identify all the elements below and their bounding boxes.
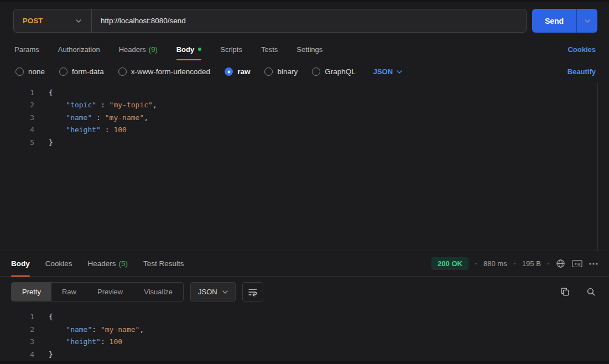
svg-text:e.g: e.g: [575, 262, 580, 266]
code-line: 2 "name": "my-name",: [0, 324, 609, 336]
body-indicator-dot: [198, 48, 201, 51]
tab-label: Cookies: [45, 259, 72, 268]
line-number: 1: [0, 311, 34, 323]
response-body-editor[interactable]: 1{2 "name": "my-name",3 "height": 1004}: [0, 307, 609, 361]
response-meta: 200 OK • 880 ms • 195 B • e.g: [431, 251, 598, 276]
send-button[interactable]: Send: [532, 9, 576, 33]
body-type-binary[interactable]: binary: [264, 67, 298, 76]
tab-label: Params: [14, 45, 39, 54]
status-badge[interactable]: 200 OK: [431, 257, 469, 270]
radio-icon: [15, 67, 24, 76]
view-visualize[interactable]: Visualize: [133, 283, 183, 301]
headers-count-badge: (5): [119, 259, 128, 268]
radio-label: binary: [277, 67, 298, 76]
cookies-link[interactable]: Cookies: [568, 45, 596, 54]
dot-separator: •: [514, 261, 516, 267]
response-tab-cookies[interactable]: Cookies: [45, 251, 72, 276]
language-label: JSON: [373, 67, 393, 76]
code-text: "topic" : "my-topic",: [34, 99, 157, 111]
view-pretty[interactable]: Pretty: [12, 283, 51, 301]
request-pane: Params Authorization Headers (9) Body Sc…: [0, 38, 609, 251]
copy-icon[interactable]: [560, 287, 570, 297]
method-selector[interactable]: POST: [14, 9, 91, 32]
code-text: "height" : 100: [34, 124, 127, 136]
chevron-down-icon: [397, 70, 402, 74]
tab-label: Headers: [119, 45, 146, 54]
line-number: 4: [0, 124, 34, 136]
radio-icon: [59, 67, 67, 76]
radio-selected-icon: [225, 67, 233, 76]
wrap-text-button[interactable]: [242, 282, 263, 301]
chevron-down-icon: [76, 19, 81, 23]
response-tabs-row: Body Cookies Headers (5) Test Results 20…: [0, 251, 609, 277]
view-preview[interactable]: Preview: [87, 283, 133, 301]
code-text: {: [34, 87, 53, 99]
url-input[interactable]: [92, 9, 526, 32]
chevron-down-icon: [222, 290, 228, 294]
code-line: 1{: [0, 87, 609, 99]
body-type-graphql[interactable]: GraphQL: [312, 67, 356, 76]
view-raw[interactable]: Raw: [51, 283, 87, 301]
code-line: 3 "height": 100: [0, 336, 609, 348]
tab-settings[interactable]: Settings: [296, 38, 322, 60]
body-type-row: none form-data x-www-form-urlencoded raw…: [0, 60, 609, 83]
line-number: 5: [0, 137, 34, 149]
body-type-form-data[interactable]: form-data: [59, 67, 104, 76]
response-toolbar: Pretty Raw Preview Visualize JSON: [0, 277, 609, 307]
line-number: 2: [0, 99, 34, 111]
radio-icon: [264, 67, 273, 76]
tab-label: Scripts: [220, 45, 242, 54]
request-body-editor[interactable]: 1{2 "topic" : "my-topic",3 "name" : "my-…: [0, 83, 609, 251]
response-tab-body[interactable]: Body: [11, 251, 30, 276]
radio-icon: [312, 67, 320, 76]
radio-label: GraphQL: [325, 67, 356, 76]
response-tab-headers[interactable]: Headers (5): [88, 251, 128, 276]
code-text: "name" : "my-name",: [34, 112, 148, 124]
tab-params[interactable]: Params: [14, 38, 39, 60]
send-split-button: Send: [532, 9, 597, 33]
code-line: 1{: [0, 311, 609, 323]
code-text: }: [34, 137, 53, 149]
tab-label: Test Results: [143, 259, 184, 268]
url-field-container: [91, 9, 526, 32]
dot-separator: •: [475, 261, 477, 267]
network-info-icon[interactable]: [556, 259, 565, 268]
url-row: POST Send: [0, 2, 609, 38]
headers-count-badge: (9): [149, 45, 158, 54]
body-type-none[interactable]: none: [15, 67, 45, 76]
tab-body[interactable]: Body: [176, 38, 202, 60]
tab-headers[interactable]: Headers (9): [119, 38, 158, 60]
code-text: }: [34, 349, 53, 361]
editor-scrollbar[interactable]: [597, 83, 598, 251]
beautify-link[interactable]: Beautify: [568, 67, 596, 76]
send-options-button[interactable]: [576, 9, 597, 33]
tab-tests[interactable]: Tests: [261, 38, 278, 60]
tab-label: Body: [176, 45, 195, 54]
response-tab-test-results[interactable]: Test Results: [143, 251, 184, 276]
tab-scripts[interactable]: Scripts: [220, 38, 242, 60]
tab-label: Authorization: [58, 45, 100, 54]
body-language-select[interactable]: JSON: [373, 67, 402, 76]
search-icon[interactable]: [586, 287, 596, 297]
tab-label: Headers: [88, 259, 116, 268]
more-actions-icon[interactable]: [589, 263, 598, 265]
body-type-raw[interactable]: raw: [225, 67, 250, 76]
code-line: 5}: [0, 137, 609, 149]
response-time: 880 ms: [483, 259, 507, 268]
chevron-down-icon: [585, 19, 590, 23]
postman-request-window: POST Send Params Au: [0, 0, 609, 364]
language-label: JSON: [198, 288, 217, 296]
dot-separator: •: [548, 261, 549, 267]
request-tabs: Params Authorization Headers (9) Body Sc…: [0, 38, 609, 60]
url-bar: POST: [13, 9, 527, 33]
line-number: 3: [0, 336, 34, 348]
response-language-select[interactable]: JSON: [190, 282, 236, 301]
line-number: 4: [0, 349, 34, 361]
tab-authorization[interactable]: Authorization: [58, 38, 100, 60]
code-text: "name": "my-name",: [34, 324, 144, 336]
tab-label: Tests: [261, 45, 278, 54]
response-pane: Body Cookies Headers (5) Test Results 20…: [0, 251, 609, 361]
radio-icon: [118, 67, 127, 76]
save-as-example-icon[interactable]: e.g: [572, 259, 582, 268]
body-type-x-www-form-urlencoded[interactable]: x-www-form-urlencoded: [118, 67, 210, 76]
